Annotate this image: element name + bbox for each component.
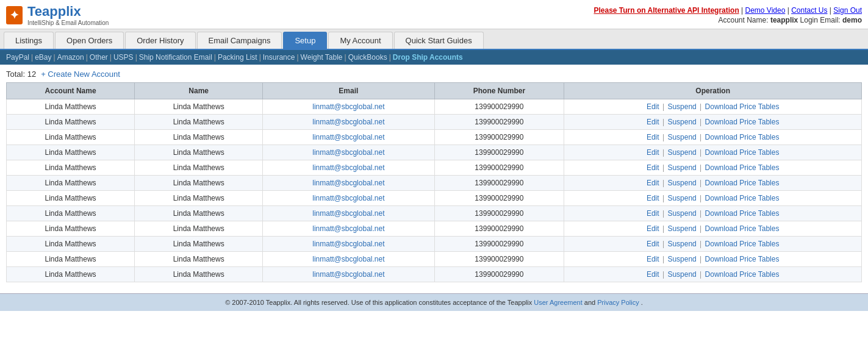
sign-out-link[interactable]: Sign Out bbox=[833, 6, 862, 15]
suspend-link[interactable]: Suspend bbox=[667, 255, 696, 263]
subnav-weight-table[interactable]: Weight Table bbox=[301, 53, 343, 62]
tab-setup[interactable]: Setup bbox=[283, 32, 327, 49]
email-link[interactable]: linmatt@sbcglobal.net bbox=[312, 133, 384, 141]
edit-link[interactable]: Edit bbox=[647, 118, 659, 126]
edit-link[interactable]: Edit bbox=[647, 102, 659, 111]
download-price-tables-link[interactable]: Download Price Tables bbox=[705, 179, 780, 187]
col-phone: Phone Number bbox=[434, 83, 564, 99]
download-price-tables-link[interactable]: Download Price Tables bbox=[705, 118, 780, 126]
email-link[interactable]: linmatt@sbcglobal.net bbox=[312, 255, 384, 263]
email-link[interactable]: linmatt@sbcglobal.net bbox=[312, 209, 384, 218]
create-new-account-link[interactable]: + Create New Account bbox=[41, 70, 120, 79]
edit-link[interactable]: Edit bbox=[647, 148, 659, 157]
email-link[interactable]: linmatt@sbcglobal.net bbox=[312, 102, 384, 111]
email-link[interactable]: linmatt@sbcglobal.net bbox=[312, 194, 384, 202]
download-price-tables-link[interactable]: Download Price Tables bbox=[705, 148, 780, 157]
logo-icon: ✦ bbox=[6, 6, 23, 24]
subnav-usps[interactable]: USPS bbox=[113, 53, 134, 62]
download-price-tables-link[interactable]: Download Price Tables bbox=[705, 163, 780, 172]
email-link[interactable]: linmatt@sbcglobal.net bbox=[312, 270, 384, 279]
edit-link[interactable]: Edit bbox=[647, 163, 659, 172]
email-link[interactable]: linmatt@sbcglobal.net bbox=[312, 118, 384, 126]
subnav-other[interactable]: Other bbox=[90, 53, 108, 62]
suspend-link[interactable]: Suspend bbox=[667, 163, 696, 172]
tab-email-campaigns[interactable]: Email Campaigns bbox=[197, 32, 282, 49]
suspend-link[interactable]: Suspend bbox=[667, 194, 696, 202]
suspend-link[interactable]: Suspend bbox=[667, 118, 696, 126]
cell-phone: 139900029990 bbox=[434, 191, 564, 206]
download-price-tables-link[interactable]: Download Price Tables bbox=[705, 102, 780, 111]
download-price-tables-link[interactable]: Download Price Tables bbox=[705, 224, 780, 233]
subnav-paypal[interactable]: PayPal bbox=[6, 53, 29, 62]
download-price-tables-link[interactable]: Download Price Tables bbox=[705, 270, 780, 279]
cell-phone: 139900029990 bbox=[434, 206, 564, 221]
table-row: Linda MatthewsLinda Matthewslinmatt@sbcg… bbox=[7, 267, 862, 282]
login-email: demo bbox=[842, 16, 862, 24]
suspend-link[interactable]: Suspend bbox=[667, 224, 696, 233]
tab-open-orders[interactable]: Open Orders bbox=[55, 32, 124, 49]
suspend-link[interactable]: Suspend bbox=[667, 133, 696, 141]
suspend-link[interactable]: Suspend bbox=[667, 102, 696, 111]
demo-video-link[interactable]: Demo Video bbox=[745, 6, 786, 15]
edit-link[interactable]: Edit bbox=[647, 209, 659, 218]
cell-email: linmatt@sbcglobal.net bbox=[263, 160, 434, 176]
suspend-link[interactable]: Suspend bbox=[667, 179, 696, 187]
suspend-link[interactable]: Suspend bbox=[667, 270, 696, 279]
user-agreement-link[interactable]: User Agreement bbox=[534, 299, 582, 306]
cell-account-name: Linda Matthews bbox=[7, 99, 135, 115]
download-price-tables-link[interactable]: Download Price Tables bbox=[705, 255, 780, 263]
op-sep: | bbox=[698, 133, 704, 141]
subnav-insurance[interactable]: Insurance bbox=[263, 53, 295, 62]
edit-link[interactable]: Edit bbox=[647, 179, 659, 187]
suspend-link[interactable]: Suspend bbox=[667, 240, 696, 248]
download-price-tables-link[interactable]: Download Price Tables bbox=[705, 209, 780, 218]
op-sep: | bbox=[698, 102, 704, 111]
edit-link[interactable]: Edit bbox=[647, 255, 659, 263]
alt-api-link[interactable]: Please Turn on Alternative API Integrati… bbox=[594, 6, 739, 15]
col-operation: Operation bbox=[564, 83, 862, 99]
subnav-amazon[interactable]: Amazon bbox=[57, 53, 84, 62]
table-row: Linda MatthewsLinda Matthewslinmatt@sbcg… bbox=[7, 99, 862, 115]
account-info: Account Name: teapplix Login Email: demo bbox=[594, 16, 862, 24]
table-row: Linda MatthewsLinda Matthewslinmatt@sbcg… bbox=[7, 176, 862, 191]
download-price-tables-link[interactable]: Download Price Tables bbox=[705, 240, 780, 248]
cell-phone: 139900029990 bbox=[434, 99, 564, 115]
subnav-quickbooks[interactable]: QuickBooks bbox=[348, 53, 387, 62]
logo-symbol: ✦ bbox=[10, 9, 19, 21]
nav-tabs: Listings Open Orders Order History Email… bbox=[0, 29, 868, 50]
edit-link[interactable]: Edit bbox=[647, 133, 659, 141]
email-link[interactable]: linmatt@sbcglobal.net bbox=[312, 163, 384, 172]
download-price-tables-link[interactable]: Download Price Tables bbox=[705, 133, 780, 141]
cell-email: linmatt@sbcglobal.net bbox=[263, 115, 434, 130]
edit-link[interactable]: Edit bbox=[647, 194, 659, 202]
sep: | bbox=[345, 53, 346, 62]
tab-listings[interactable]: Listings bbox=[4, 32, 54, 49]
subnav-ebay[interactable]: eBay bbox=[35, 53, 51, 62]
cell-operation: Edit | Suspend | Download Price Tables bbox=[564, 130, 862, 145]
footer-and: and bbox=[584, 299, 595, 306]
edit-link[interactable]: Edit bbox=[647, 224, 659, 233]
sep: | bbox=[31, 53, 33, 62]
privacy-policy-link[interactable]: Privacy Policy bbox=[597, 299, 639, 306]
suspend-link[interactable]: Suspend bbox=[667, 209, 696, 218]
cell-operation: Edit | Suspend | Download Price Tables bbox=[564, 176, 862, 191]
email-link[interactable]: linmatt@sbcglobal.net bbox=[312, 148, 384, 157]
edit-link[interactable]: Edit bbox=[647, 270, 659, 279]
cell-operation: Edit | Suspend | Download Price Tables bbox=[564, 206, 862, 221]
subnav-packing-list[interactable]: Packing List bbox=[218, 53, 257, 62]
download-price-tables-link[interactable]: Download Price Tables bbox=[705, 194, 780, 202]
contact-us-link[interactable]: Contact Us bbox=[791, 6, 827, 15]
tab-my-account[interactable]: My Account bbox=[328, 32, 392, 49]
edit-link[interactable]: Edit bbox=[647, 240, 659, 248]
subnav-ship-notification[interactable]: Ship Notification Email bbox=[139, 53, 212, 62]
email-link[interactable]: linmatt@sbcglobal.net bbox=[312, 224, 384, 233]
tab-order-history[interactable]: Order History bbox=[125, 32, 195, 49]
subnav-drop-ship[interactable]: Drop Ship Accounts bbox=[393, 53, 463, 62]
cell-name: Linda Matthews bbox=[135, 145, 263, 160]
email-link[interactable]: linmatt@sbcglobal.net bbox=[312, 179, 384, 187]
suspend-link[interactable]: Suspend bbox=[667, 148, 696, 157]
op-sep: | bbox=[698, 224, 704, 233]
cell-phone: 139900029990 bbox=[434, 176, 564, 191]
email-link[interactable]: linmatt@sbcglobal.net bbox=[312, 240, 384, 248]
tab-quick-start[interactable]: Quick Start Guides bbox=[394, 32, 484, 49]
